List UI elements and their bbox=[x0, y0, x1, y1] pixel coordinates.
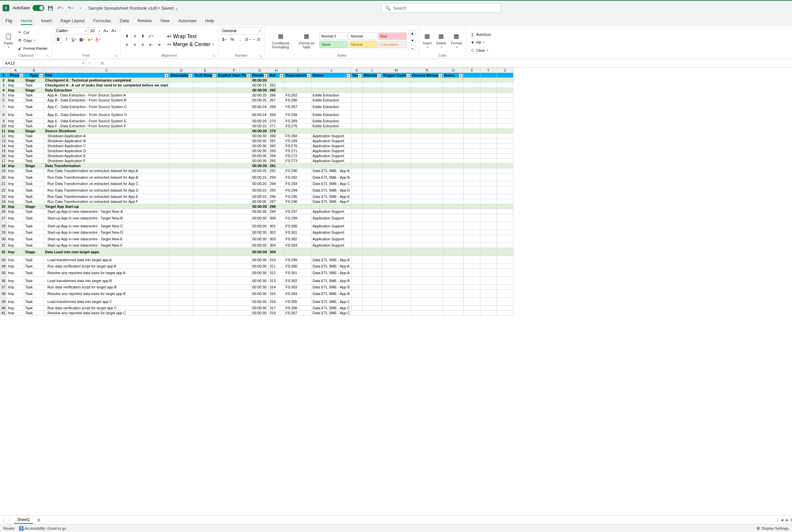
cell[interactable] bbox=[480, 83, 497, 88]
cell[interactable] bbox=[311, 164, 351, 168]
cell[interactable] bbox=[169, 230, 193, 235]
cell[interactable] bbox=[464, 199, 480, 204]
cell[interactable] bbox=[351, 98, 363, 103]
row-header-7[interactable]: 7 bbox=[0, 103, 7, 111]
cell[interactable]: 00:00:30 bbox=[251, 138, 268, 144]
col-header-G[interactable]: G bbox=[251, 68, 268, 73]
clear-button[interactable]: ◇Clear ▾ bbox=[469, 47, 492, 54]
cell[interactable]: Imp bbox=[7, 264, 24, 269]
cell[interactable] bbox=[497, 285, 513, 290]
cell[interactable] bbox=[363, 277, 382, 285]
filter-dropdown-icon[interactable]: ▾ bbox=[19, 74, 23, 78]
cell[interactable]: 284 bbox=[268, 153, 284, 158]
cell[interactable] bbox=[217, 158, 251, 164]
cell[interactable] bbox=[464, 173, 480, 181]
cell[interactable]: 00:00:30 bbox=[251, 222, 268, 230]
cell[interactable] bbox=[193, 269, 217, 277]
cell[interactable]: FS:266 bbox=[284, 98, 312, 103]
cell[interactable] bbox=[443, 248, 464, 256]
row-header-4[interactable]: 4 bbox=[0, 88, 7, 93]
cell[interactable]: Run Data Transformation on extracted dat… bbox=[44, 173, 169, 181]
row-header-36[interactable]: 36 bbox=[0, 277, 7, 285]
cell[interactable]: Task bbox=[24, 98, 44, 103]
cell[interactable] bbox=[497, 164, 513, 168]
cell[interactable] bbox=[497, 269, 513, 277]
cell[interactable] bbox=[464, 269, 480, 277]
cell[interactable]: FS:295 bbox=[284, 194, 312, 199]
cell[interactable] bbox=[443, 93, 464, 98]
display-settings-button[interactable]: 🖥 Display Settings bbox=[756, 526, 789, 530]
cell[interactable] bbox=[351, 256, 363, 264]
cell[interactable] bbox=[480, 103, 497, 111]
cell[interactable] bbox=[464, 129, 480, 134]
filter-dropdown-icon[interactable]: ▾ bbox=[459, 74, 463, 78]
cell[interactable] bbox=[411, 264, 443, 269]
cell[interactable] bbox=[480, 158, 497, 164]
cell[interactable] bbox=[363, 78, 382, 83]
cell[interactable]: FS:300 bbox=[284, 264, 312, 269]
cell[interactable]: FS:296 bbox=[284, 199, 312, 204]
cell[interactable] bbox=[497, 83, 513, 88]
cell[interactable]: Task bbox=[24, 256, 44, 264]
cell[interactable] bbox=[363, 235, 382, 243]
col-header-I[interactable]: I bbox=[284, 68, 312, 73]
cell[interactable]: Data ETL SME - App E bbox=[311, 194, 351, 199]
tab-home[interactable]: Home bbox=[20, 17, 34, 26]
cell[interactable] bbox=[311, 204, 351, 209]
cell[interactable] bbox=[169, 306, 193, 310]
qat-dropdown-icon[interactable]: ▾ bbox=[76, 4, 84, 12]
formula-accept-icon[interactable]: ✓ bbox=[93, 61, 99, 65]
cell[interactable]: 00:00:15 bbox=[251, 173, 268, 181]
cell[interactable]: 00:00:20 bbox=[251, 119, 268, 124]
cell[interactable]: Data ETL SME - App C bbox=[311, 298, 351, 306]
cell[interactable] bbox=[382, 243, 411, 248]
cell[interactable]: 00:00:15 bbox=[251, 124, 268, 129]
cell[interactable] bbox=[193, 149, 217, 153]
row-header-32[interactable]: 32 bbox=[0, 248, 7, 256]
cell[interactable] bbox=[193, 298, 217, 306]
cell[interactable]: Data Extraction bbox=[44, 88, 169, 93]
cell[interactable] bbox=[497, 134, 513, 138]
cell[interactable]: 00:00:00 bbox=[251, 164, 268, 168]
decrease-decimal-icon[interactable]: ←.0 bbox=[252, 36, 260, 43]
cell[interactable] bbox=[382, 194, 411, 199]
cell[interactable] bbox=[363, 164, 382, 168]
cell[interactable]: Imp bbox=[7, 306, 24, 310]
cell[interactable] bbox=[480, 204, 497, 209]
cell[interactable]: Data Load into new target apps bbox=[44, 248, 169, 256]
cell[interactable]: Imp bbox=[7, 83, 24, 88]
cell[interactable] bbox=[193, 78, 217, 83]
cell[interactable] bbox=[480, 264, 497, 269]
cell[interactable]: FS:270 bbox=[284, 124, 312, 129]
cell[interactable] bbox=[351, 235, 363, 243]
cell[interactable] bbox=[351, 103, 363, 111]
col-header-M[interactable]: M bbox=[382, 68, 411, 73]
cell[interactable] bbox=[497, 103, 513, 111]
cell[interactable] bbox=[443, 306, 464, 310]
cell[interactable] bbox=[193, 119, 217, 124]
cell[interactable]: FS:268 bbox=[284, 111, 312, 119]
cell[interactable]: 00:00:25 bbox=[251, 98, 268, 103]
cell[interactable]: FS:273 bbox=[284, 158, 312, 164]
cell[interactable] bbox=[497, 243, 513, 248]
cell[interactable]: Imp bbox=[7, 248, 24, 256]
cell[interactable]: 315 bbox=[268, 290, 284, 298]
cell[interactable] bbox=[217, 119, 251, 124]
cell[interactable]: Task bbox=[24, 119, 44, 124]
cell[interactable] bbox=[217, 264, 251, 269]
cell[interactable] bbox=[284, 248, 312, 256]
cell[interactable] bbox=[193, 138, 217, 144]
cell[interactable] bbox=[217, 88, 251, 93]
cell[interactable]: 265 bbox=[268, 88, 284, 93]
cell[interactable]: Imp bbox=[7, 111, 24, 119]
cell[interactable] bbox=[464, 149, 480, 153]
cell[interactable]: FS:269 bbox=[284, 138, 312, 144]
cell[interactable] bbox=[363, 186, 382, 194]
cell[interactable] bbox=[284, 88, 312, 93]
formula-cancel-icon[interactable]: ✕ bbox=[86, 61, 93, 65]
cell[interactable] bbox=[363, 181, 382, 186]
cell[interactable]: 304 bbox=[268, 243, 284, 248]
cell[interactable]: Task bbox=[24, 194, 44, 199]
cell[interactable]: Task bbox=[24, 230, 44, 235]
cell[interactable]: Start-up App in new datacentre - Target … bbox=[44, 209, 169, 214]
